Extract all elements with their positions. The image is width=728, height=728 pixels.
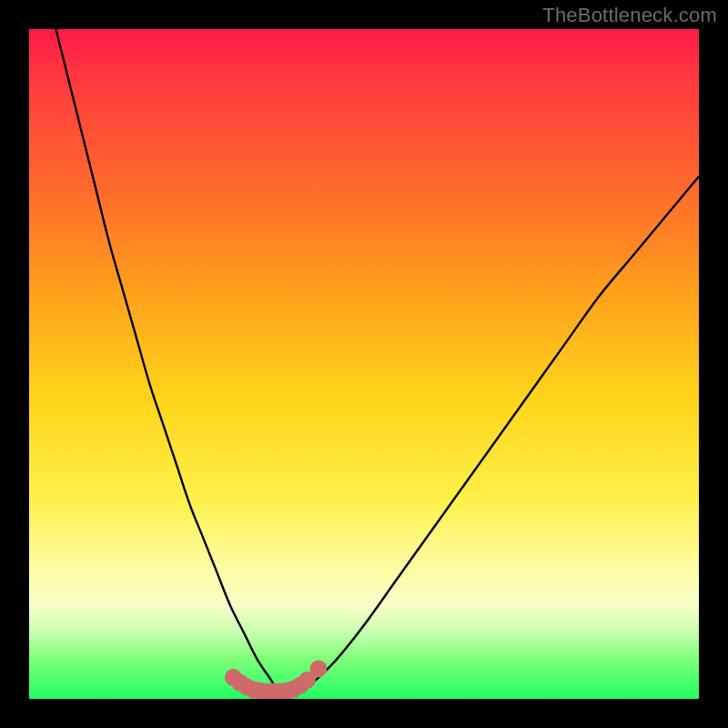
chart-svg <box>29 29 699 699</box>
marker-group <box>225 660 327 699</box>
plot-area <box>29 29 699 699</box>
bottleneck-curve <box>56 29 699 693</box>
watermark-text: TheBottleneck.com <box>542 4 717 27</box>
marker-dot <box>309 660 327 677</box>
chart-frame: TheBottleneck.com <box>0 0 728 728</box>
